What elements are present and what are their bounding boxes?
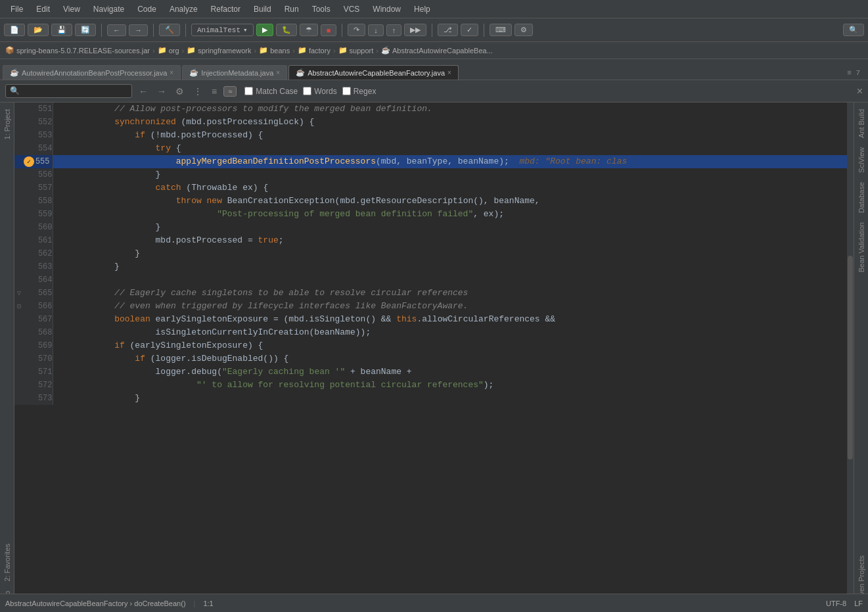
tab-close-3[interactable]: × [447,69,451,76]
breadcrumb-factory[interactable]: 📁 factory [298,46,331,55]
step-over-button[interactable]: ↷ [348,24,365,36]
search-filter-button[interactable]: ⚙ [173,85,187,98]
words-checkbox[interactable] [303,87,311,95]
step-out-button[interactable]: ↑ [386,24,402,36]
line-number-558: 558 [14,195,53,208]
tab-injection[interactable]: ☕ InjectionMetadata.java × [182,65,287,80]
menu-bar: File Edit View Navigate Code Analyze Ref… [0,0,868,18]
match-case-option[interactable]: Match Case [244,87,298,96]
search-back-button[interactable]: ← [136,85,150,98]
line-number-572: 572 [14,379,53,392]
regex-option[interactable]: Regex [342,87,377,96]
tab-autowired[interactable]: ☕ AutowiredAnnotationBeanPostProcessor.j… [3,65,181,80]
settings-button[interactable]: ⚙ [514,24,533,36]
status-bar: AbstractAutowireCapableBeanFactory › doC… [0,594,868,612]
line-number-568: 568 [14,326,53,339]
regex-checkbox[interactable] [342,87,351,95]
breadcrumb-support[interactable]: 📁 support [338,46,374,55]
search-settings-button[interactable]: ≡ [209,85,219,98]
code-line-553: if (!mbd.postProcessed) { [53,129,854,142]
tab-abstract[interactable]: ☕ AbstractAutowireCapableBeanFactory.jav… [288,65,459,80]
menu-tools[interactable]: Tools [307,3,336,15]
breadcrumb-beans[interactable]: 📁 beans [259,46,290,55]
line-number-554: 554 [14,142,53,155]
menu-refactor[interactable]: Refactor [206,3,246,15]
menu-navigate[interactable]: Navigate [88,3,129,15]
table-row: 573 } [14,392,854,405]
save-button[interactable]: 💾 [51,24,72,36]
resume-button[interactable]: ▶▶ [404,24,426,36]
forward-button[interactable]: → [129,24,148,36]
tab-more-button[interactable]: ≡ 7 [842,66,865,80]
right-panel-sciview[interactable]: SciView [856,143,867,177]
line-number-551: 551 [14,103,53,116]
code-container: 551 // Allow post-processors to modify t… [14,103,854,612]
build-button[interactable]: 🔨 [159,24,180,36]
menu-view[interactable]: View [58,3,85,15]
left-panel-project[interactable]: 1: Project [2,105,12,143]
menu-run[interactable]: Run [279,3,304,15]
search-forward-button[interactable]: → [154,85,169,98]
toolbar-sep-2 [153,24,154,37]
run-config-dropdown[interactable]: AnimalTest ▾ [191,24,254,36]
run-button[interactable]: ▶ [256,24,273,36]
menu-window[interactable]: Window [367,3,406,15]
search-filter-type-button[interactable]: ≈ [223,86,237,97]
vcs-button[interactable]: ⎇ [438,24,458,36]
menu-edit[interactable]: Edit [31,3,55,15]
words-option[interactable]: Words [303,87,336,96]
tab-close-1[interactable]: × [170,69,173,76]
match-case-checkbox[interactable] [244,87,253,95]
menu-file[interactable]: File [5,3,28,15]
table-row: 561 mbd.postProcessed = true; [14,234,854,247]
menu-code[interactable]: Code [132,3,162,15]
line-number-552: 552 [14,116,53,129]
right-panel-ant[interactable]: Ant Build [856,105,867,142]
code-scroll[interactable]: 551 // Allow post-processors to modify t… [14,103,854,605]
right-panel-bean-validation[interactable]: Bean Validation [856,218,867,276]
left-panel-favorites[interactable]: 2: Favorites [2,540,12,585]
code-line-573: } [53,392,854,405]
vertical-scrollbar-thumb[interactable] [848,256,853,459]
code-line-568: isSingletonCurrentlyInCreation(beanName)… [53,326,854,339]
left-panels: 1: Project 2: Favorites Web [0,103,14,612]
breadcrumb-jar[interactable]: 📦 spring-beans-5.0.7.RELEASE-sources.jar [5,46,150,55]
table-row: 559 "Post-processing of merged bean defi… [14,208,854,221]
new-file-button[interactable]: 📄 [4,24,25,36]
status-right: UTF-8 LF [826,600,863,607]
table-row: 560 } [14,221,854,234]
menu-analyze[interactable]: Analyze [164,3,203,15]
code-line-567: boolean earlySingletonExposure = (mbd.is… [53,313,854,326]
status-file-info: AbstractAutowireCapableBeanFactory › doC… [5,600,186,607]
back-button[interactable]: ← [107,24,126,36]
menu-vcs[interactable]: VCS [338,3,365,15]
menu-build[interactable]: Build [248,3,277,15]
coverage-button[interactable]: ☂ [300,24,318,36]
breadcrumb-class[interactable]: ☕ AbstractAutowireCapableBea... [381,46,493,55]
code-table: 551 // Allow post-processors to modify t… [14,103,854,405]
table-row: 556 } [14,168,854,181]
line-number-571: 571 [14,365,53,379]
line-number-553: 553 [14,129,53,142]
open-button[interactable]: 📂 [28,24,49,36]
stop-button[interactable]: ■ [321,24,337,36]
table-row: 554 try { [14,142,854,155]
breadcrumb-springframework[interactable]: 📁 springframework [187,46,251,55]
chevron-down-icon: ▾ [243,26,248,34]
sync-button[interactable]: 🔄 [75,24,96,36]
search-close-button[interactable]: × [857,85,863,97]
menu-help[interactable]: Help [409,3,436,15]
table-row: 572 "' to allow for resolving potential … [14,379,854,392]
breadcrumb-org[interactable]: 📁 org [158,46,179,55]
right-panel-database[interactable]: Database [856,178,867,217]
search-more-options-button[interactable]: ⋮ [191,85,205,98]
vertical-scrollbar-track[interactable] [847,103,854,612]
search-everywhere-button[interactable]: 🔍 [843,24,864,36]
step-into-button[interactable]: ↓ [368,24,384,36]
tab-close-2[interactable]: × [276,69,280,76]
terminal-button[interactable]: ⌨ [490,24,512,36]
debug-button[interactable]: 🐛 [276,24,297,36]
commit-button[interactable]: ✓ [461,24,478,36]
search-input[interactable] [22,87,127,96]
package-icon: 📁 [158,46,167,55]
